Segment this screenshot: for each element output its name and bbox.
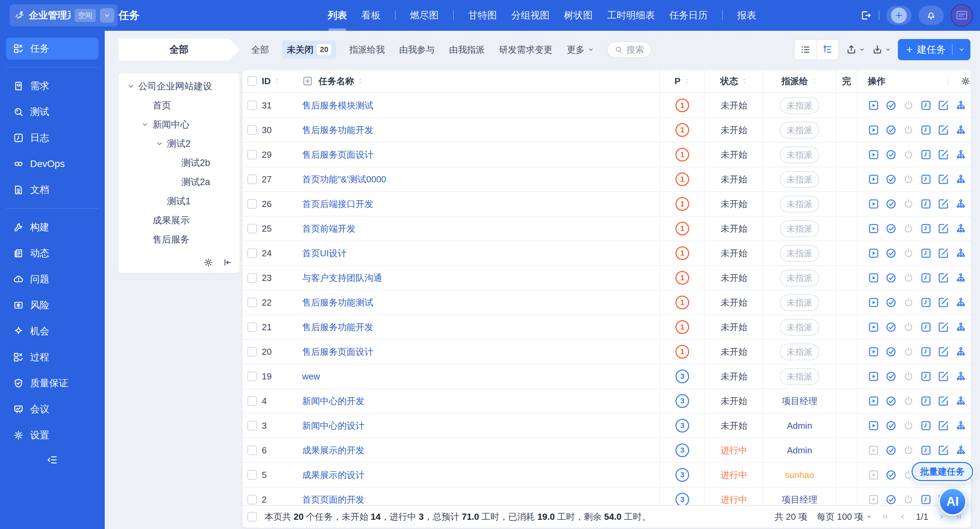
nav-tab[interactable]: 树状图 [564,0,593,31]
task-name-link[interactable]: 新闻中心的开发 [302,395,364,407]
tree-caret-icon[interactable] [155,140,164,148]
create-task-dropdown[interactable] [953,46,970,53]
batch-create-button[interactable]: 批量建任务 [912,462,973,481]
start-task-icon[interactable] [868,198,880,210]
close-task-icon[interactable] [903,297,914,308]
sidebar-item[interactable]: 构建 [6,216,99,238]
assignee[interactable]: 项目经理 [782,395,818,407]
record-hours-icon[interactable] [920,198,932,210]
sidebar-item[interactable]: 需求 [6,75,99,97]
row-checkbox[interactable] [247,470,257,480]
finish-task-icon[interactable] [885,198,897,210]
finish-task-icon[interactable] [885,469,897,481]
create-subtask-icon[interactable] [955,346,967,357]
record-hours-icon[interactable] [920,149,932,160]
edit-task-icon[interactable] [937,272,949,284]
edit-task-icon[interactable] [937,173,949,185]
nav-tab[interactable]: 甘特图 [468,0,497,31]
edit-task-icon[interactable] [937,445,949,456]
tree-node[interactable]: 首页 [118,96,240,115]
task-name-link[interactable]: 售后服务功能开发 [302,321,373,333]
finish-task-icon[interactable] [885,124,897,136]
task-name-link[interactable]: 售后服务模块测试 [302,100,373,111]
task-name-link[interactable]: 售后服务页面设计 [302,346,373,358]
create-subtask-icon[interactable] [955,272,967,284]
filter-tab[interactable]: 未关闭20 [282,41,336,59]
row-checkbox[interactable] [247,396,257,406]
close-task-icon[interactable] [903,198,914,210]
close-task-icon[interactable] [903,124,914,136]
edit-task-icon[interactable] [937,395,949,407]
table-settings-icon[interactable] [961,76,971,86]
task-name-link[interactable]: 售后服务功能开发 [302,124,373,136]
row-checkbox[interactable] [247,199,257,209]
close-task-icon[interactable] [903,346,914,357]
filter-tab[interactable]: 由我指派 [447,41,486,59]
close-task-icon[interactable] [903,445,914,456]
workspace-switcher[interactable]: 企业管理系 空间 [10,5,118,26]
create-task-button[interactable]: 建任务 [898,39,970,60]
record-hours-icon[interactable] [920,223,932,234]
assignee[interactable]: Admin [787,445,812,456]
ai-assistant-button[interactable]: AI [938,487,967,516]
sort-icon[interactable] [683,78,690,84]
tree-node[interactable]: 测试1 [118,192,240,211]
task-name-link[interactable]: 售后服务功能测试 [302,297,373,309]
sort-icon[interactable] [741,78,748,84]
prev-page-button[interactable] [899,513,907,521]
finish-task-icon[interactable] [885,346,897,357]
filter-tab[interactable]: 指派给我 [348,41,386,59]
create-subtask-icon[interactable] [955,297,967,308]
select-all-checkbox[interactable] [247,76,257,86]
edit-task-icon[interactable] [937,297,949,308]
start-task-icon[interactable] [868,248,880,259]
column-header-status[interactable]: 状态 [705,70,763,92]
nav-tab[interactable]: 任务日历 [669,0,708,31]
filter-tab[interactable]: 由我参与 [398,41,436,59]
task-name-link[interactable]: 售后服务页面设计 [302,149,373,161]
close-task-icon[interactable] [903,321,914,333]
avatar[interactable] [951,4,973,27]
nav-tab[interactable]: 燃尽图 [410,0,439,31]
create-subtask-icon[interactable] [955,124,967,136]
create-subtask-icon[interactable] [955,370,967,382]
expand-all-icon[interactable] [302,76,313,87]
record-hours-icon[interactable] [920,445,932,456]
row-checkbox[interactable] [247,421,257,431]
edit-task-icon[interactable] [937,124,949,136]
finish-task-icon[interactable] [885,100,897,111]
close-task-icon[interactable] [903,494,914,505]
close-task-icon[interactable] [903,100,914,111]
tree-node[interactable]: 成果展示 [118,211,240,230]
finish-task-icon[interactable] [885,420,897,432]
create-subtask-icon[interactable] [955,100,967,111]
create-subtask-icon[interactable] [955,395,967,407]
close-task-icon[interactable] [903,370,914,382]
finish-task-icon[interactable] [885,297,897,308]
row-checkbox[interactable] [247,248,257,258]
sidebar-item[interactable]: 机会 [6,320,99,342]
close-task-icon[interactable] [903,248,914,259]
sidebar-item[interactable]: 日志 [6,127,99,149]
sidebar-collapse-button[interactable] [0,449,105,471]
start-task-icon[interactable] [868,173,880,185]
column-header-assignee[interactable]: 指派给 [763,70,835,92]
row-checkbox[interactable] [247,445,257,455]
finish-task-icon[interactable] [885,248,897,259]
create-subtask-icon[interactable] [955,173,967,185]
record-hours-icon[interactable] [920,297,932,308]
record-hours-icon[interactable] [920,420,932,432]
finish-task-icon[interactable] [885,370,897,382]
row-checkbox[interactable] [247,495,257,504]
start-task-icon[interactable] [868,272,880,284]
create-subtask-icon[interactable] [955,149,967,160]
edit-task-icon[interactable] [937,223,949,234]
task-name-link[interactable]: 成果展示的设计 [302,469,364,481]
record-hours-icon[interactable] [920,346,932,357]
assignee[interactable]: 项目经理 [782,494,818,505]
sidebar-item[interactable]: 测试 [6,101,99,123]
workspace-chevron-button[interactable] [100,8,114,22]
edit-task-icon[interactable] [937,346,949,357]
record-hours-icon[interactable] [920,248,932,259]
quick-create-button[interactable] [886,6,912,25]
